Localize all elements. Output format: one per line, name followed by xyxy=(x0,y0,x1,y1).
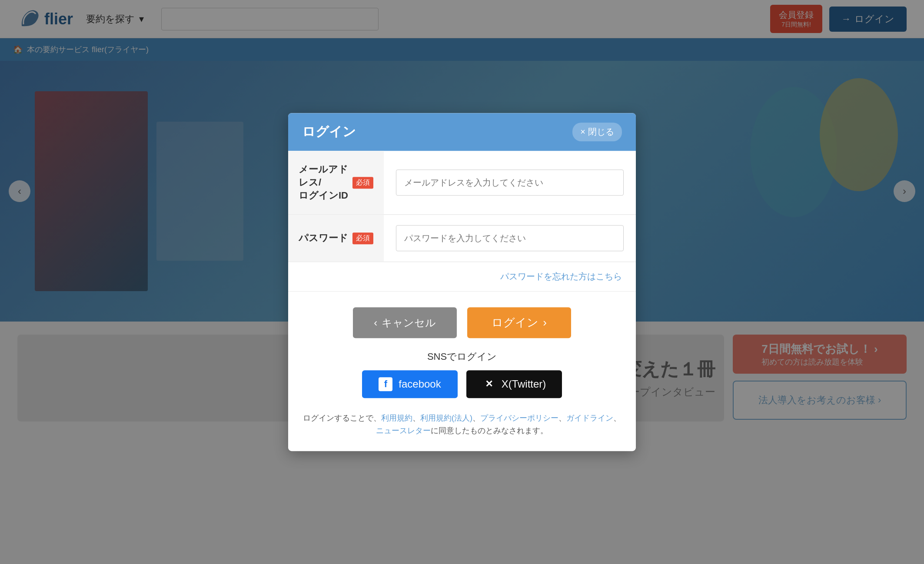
twitter-label: X(Twitter) xyxy=(502,378,546,390)
modal-header: ログイン × 閉じる xyxy=(288,113,636,151)
sns-buttons: f facebook ✕ X(Twitter) xyxy=(302,370,622,398)
terms-link-3[interactable]: プライバシーポリシー xyxy=(480,414,558,422)
terms-sep4: 、 xyxy=(613,414,621,422)
email-label: メールアドレス/ログインID xyxy=(299,163,348,202)
sns-section: SNSでログイン f facebook ✕ X(Twitter) xyxy=(288,350,636,408)
email-input[interactable] xyxy=(396,169,624,196)
close-icon: × xyxy=(580,127,585,137)
terms-section: ログインすることで、利用規約、利用規約(法人)、プライバシーポリシー、ガイドライ… xyxy=(288,408,636,451)
cancel-chevron-icon: ‹ xyxy=(374,317,377,329)
email-required-badge: 必須 xyxy=(352,177,373,189)
facebook-login-button[interactable]: f facebook xyxy=(362,370,458,398)
close-label: 閉じる xyxy=(588,126,614,138)
sns-title: SNSでログイン xyxy=(302,350,622,363)
modal-title: ログイン xyxy=(302,123,356,141)
password-input[interactable] xyxy=(396,225,624,251)
login-button[interactable]: ログイン › xyxy=(467,307,571,338)
modal-body: メールアドレス/ログインID 必須 パスワード 必須 パスワードを忘れた方はこち… xyxy=(288,151,636,451)
twitter-login-button[interactable]: ✕ X(Twitter) xyxy=(466,370,562,398)
cancel-label: キャンセル xyxy=(382,316,436,330)
terms-link-4[interactable]: ガイドライン xyxy=(566,414,613,422)
terms-sep2: 、 xyxy=(472,414,480,422)
forgot-password-area: パスワードを忘れた方はこちら xyxy=(288,262,636,292)
email-label-area: メールアドレス/ログインID 必須 xyxy=(288,151,384,214)
password-row: パスワード 必須 xyxy=(288,215,636,262)
modal-actions: ‹ キャンセル ログイン › xyxy=(288,292,636,350)
email-row: メールアドレス/ログインID 必須 xyxy=(288,151,636,215)
password-input-area xyxy=(384,215,636,262)
login-modal: ログイン × 閉じる メールアドレス/ログインID 必須 パスワード 必須 xyxy=(288,113,636,451)
terms-prefix: ログインすることで、 xyxy=(303,414,381,422)
facebook-icon: f xyxy=(379,377,392,391)
forgot-password-link[interactable]: パスワードを忘れた方はこちら xyxy=(500,272,622,281)
terms-suffix: に同意したものとみなされます。 xyxy=(431,426,548,435)
facebook-label: facebook xyxy=(399,378,441,390)
modal-close-button[interactable]: × 閉じる xyxy=(572,123,622,141)
password-label-area: パスワード 必須 xyxy=(288,215,384,262)
terms-sep3: 、 xyxy=(558,414,566,422)
terms-link-1[interactable]: 利用規約 xyxy=(381,414,412,422)
x-twitter-icon: ✕ xyxy=(482,378,495,391)
terms-link-2[interactable]: 利用規約(法人) xyxy=(420,414,472,422)
password-required-badge: 必須 xyxy=(352,232,373,244)
cancel-button[interactable]: ‹ キャンセル xyxy=(353,307,457,338)
login-modal-label: ログイン xyxy=(492,315,538,330)
terms-link-5[interactable]: ニュースレター xyxy=(376,426,431,435)
email-input-area xyxy=(384,151,636,214)
password-label: パスワード xyxy=(299,232,348,245)
terms-sep1: 、 xyxy=(412,414,420,422)
login-chevron-icon: › xyxy=(543,316,547,329)
